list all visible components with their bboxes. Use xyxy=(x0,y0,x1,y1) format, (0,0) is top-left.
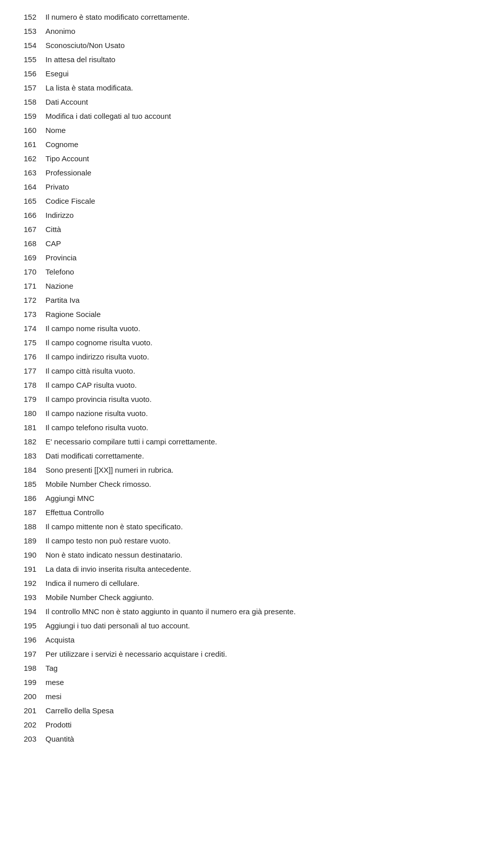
line-text: Aggiungi i tuo dati personali al tuo acc… xyxy=(45,620,190,632)
list-item: 166Indirizzo xyxy=(15,208,470,222)
line-number: 153 xyxy=(15,25,45,37)
line-number: 199 xyxy=(15,676,45,689)
line-number: 197 xyxy=(15,648,45,660)
line-text: mesi xyxy=(45,691,62,703)
lines-container: 152Il numero è stato modificato corretta… xyxy=(15,10,470,746)
line-text: Anonimo xyxy=(45,25,75,37)
line-number: 195 xyxy=(15,620,45,632)
line-text: Il campo indirizzo risulta vuoto. xyxy=(45,351,149,363)
line-text: La lista è stata modificata. xyxy=(45,82,133,94)
line-text: Prodotti xyxy=(45,719,72,731)
line-text: Il campo mittente non è stato specificat… xyxy=(45,521,183,533)
line-text: Codice Fiscale xyxy=(45,195,95,207)
line-number: 203 xyxy=(15,733,45,745)
list-item: 189Il campo testo non può restare vuoto. xyxy=(15,534,470,548)
line-number: 181 xyxy=(15,422,45,434)
line-number: 176 xyxy=(15,351,45,363)
line-text: Il campo città risulta vuoto. xyxy=(45,365,135,377)
line-text: Quantità xyxy=(45,733,74,745)
line-text: La data di invio inserita risulta antece… xyxy=(45,563,191,575)
list-item: 179Il campo provincia risulta vuoto. xyxy=(15,392,470,406)
line-text: Cognome xyxy=(45,139,78,151)
list-item: 158Dati Account xyxy=(15,95,470,109)
list-item: 171Nazione xyxy=(15,279,470,293)
list-item: 197Per utilizzare i servizi è necessario… xyxy=(15,647,470,661)
line-text: Sono presenti [[XX]] numeri in rubrica. xyxy=(45,464,173,476)
line-number: 168 xyxy=(15,238,45,250)
list-item: 177Il campo città risulta vuoto. xyxy=(15,364,470,378)
list-item: 162Tipo Account xyxy=(15,152,470,166)
line-number: 171 xyxy=(15,280,45,292)
line-number: 165 xyxy=(15,195,45,207)
line-text: In attesa del risultato xyxy=(45,54,115,66)
line-text: Non è stato indicato nessun destinatario… xyxy=(45,549,182,561)
line-text: Modifica i dati collegati al tuo account xyxy=(45,110,171,122)
list-item: 167Città xyxy=(15,222,470,237)
list-item: 187Effettua Controllo xyxy=(15,506,470,520)
list-item: 159Modifica i dati collegati al tuo acco… xyxy=(15,109,470,123)
line-text: Tag xyxy=(45,662,58,674)
line-number: 158 xyxy=(15,96,45,108)
list-item: 199mese xyxy=(15,675,470,690)
line-text: Carrello della Spesa xyxy=(45,705,114,717)
list-item: 176Il campo indirizzo risulta vuoto. xyxy=(15,350,470,364)
line-text: Telefono xyxy=(45,266,74,278)
line-number: 169 xyxy=(15,252,45,264)
line-number: 172 xyxy=(15,294,45,306)
line-number: 182 xyxy=(15,436,45,448)
line-number: 178 xyxy=(15,379,45,391)
list-item: 172Partita Iva xyxy=(15,293,470,307)
line-number: 163 xyxy=(15,167,45,179)
line-number: 155 xyxy=(15,54,45,66)
list-item: 183Dati modificati correttamente. xyxy=(15,449,470,463)
line-text: Dati Account xyxy=(45,96,88,108)
line-text: Il campo nome risulta vuoto. xyxy=(45,323,140,335)
line-number: 186 xyxy=(15,492,45,505)
list-item: 152Il numero è stato modificato corretta… xyxy=(15,10,470,24)
line-number: 174 xyxy=(15,323,45,335)
list-item: 195Aggiungi i tuo dati personali al tuo … xyxy=(15,619,470,633)
line-text: Il campo provincia risulta vuoto. xyxy=(45,393,152,405)
line-text: Mobile Number Check aggiunto. xyxy=(45,591,154,604)
list-item: 196Acquista xyxy=(15,633,470,647)
line-text: Città xyxy=(45,223,61,236)
list-item: 165Codice Fiscale xyxy=(15,194,470,208)
line-text: Nazione xyxy=(45,280,73,292)
line-number: 170 xyxy=(15,266,45,278)
line-text: Tipo Account xyxy=(45,153,89,165)
line-number: 187 xyxy=(15,507,45,519)
list-item: 194Il controllo MNC non è stato aggiunto… xyxy=(15,605,470,619)
list-item: 198Tag xyxy=(15,661,470,675)
list-item: 180Il campo nazione risulta vuoto. xyxy=(15,406,470,421)
list-item: 186Aggiungi MNC xyxy=(15,491,470,506)
line-number: 173 xyxy=(15,308,45,321)
line-number: 154 xyxy=(15,39,45,52)
line-text: Indica il numero di cellulare. xyxy=(45,577,139,589)
line-number: 189 xyxy=(15,535,45,547)
line-number: 188 xyxy=(15,521,45,533)
line-number: 185 xyxy=(15,478,45,490)
list-item: 168CAP xyxy=(15,237,470,251)
line-text: Ragione Sociale xyxy=(45,308,101,321)
list-item: 156Esegui xyxy=(15,67,470,81)
line-text: E' necessario compilare tutti i campi co… xyxy=(45,436,217,448)
line-text: Il campo CAP risulta vuoto. xyxy=(45,379,137,391)
list-item: 201Carrello della Spesa xyxy=(15,704,470,718)
line-number: 152 xyxy=(15,11,45,23)
list-item: 200mesi xyxy=(15,690,470,704)
line-number: 201 xyxy=(15,705,45,717)
list-item: 185Mobile Number Check rimosso. xyxy=(15,477,470,491)
list-item: 184Sono presenti [[XX]] numeri in rubric… xyxy=(15,463,470,477)
line-text: Sconosciuto/Non Usato xyxy=(45,39,125,52)
line-text: Provincia xyxy=(45,252,77,264)
line-text: Professionale xyxy=(45,167,91,179)
list-item: 161Cognome xyxy=(15,138,470,152)
list-item: 174Il campo nome risulta vuoto. xyxy=(15,322,470,336)
line-number: 183 xyxy=(15,450,45,462)
list-item: 191La data di invio inserita risulta ant… xyxy=(15,562,470,576)
line-text: Il campo testo non può restare vuoto. xyxy=(45,535,171,547)
line-text: CAP xyxy=(45,238,61,250)
list-item: 202Prodotti xyxy=(15,718,470,732)
line-text: Il campo telefono risulta vuoto. xyxy=(45,422,148,434)
list-item: 181Il campo telefono risulta vuoto. xyxy=(15,421,470,435)
